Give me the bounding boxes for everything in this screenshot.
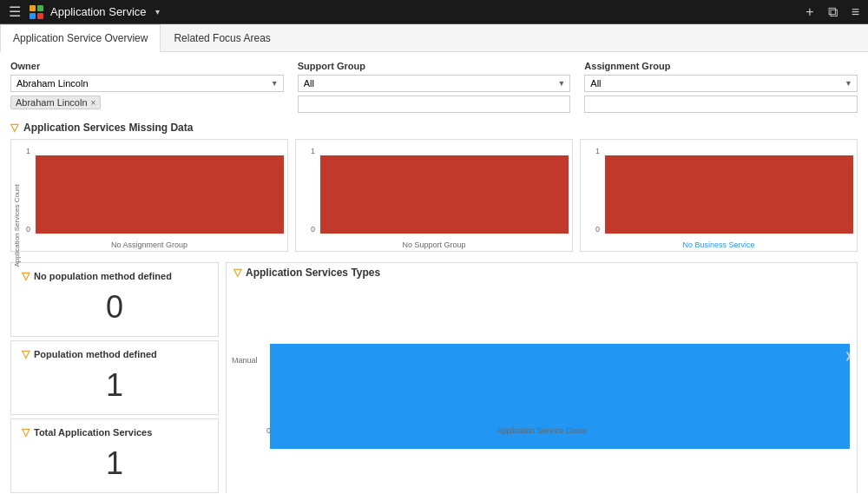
- stat-total-header: ▽ Total Application Services: [22, 426, 207, 438]
- stat-total-label: Total Application Services: [34, 427, 152, 438]
- chart-no-business: 1 0 No Business Service: [580, 139, 858, 252]
- owner-tag-label: Abraham Lincoln: [16, 97, 88, 108]
- stat-population-defined-header: ▽ Population method defined: [22, 348, 207, 360]
- chart1-y-label: Application Services Count: [13, 184, 21, 267]
- main-content: Owner Abraham Lincoln ▼ Abraham Lincoln …: [0, 52, 868, 493]
- top-nav-bar: ☰ Application Service ▾ + ⧉ ≡: [0, 0, 868, 24]
- support-group-select[interactable]: All: [298, 75, 571, 92]
- menu-button[interactable]: ≡: [850, 3, 861, 22]
- missing-data-filter-icon[interactable]: ▽: [10, 122, 18, 134]
- support-group-filter-group: Support Group All ▼: [298, 61, 571, 113]
- chart2-y-bottom: 0: [311, 225, 315, 234]
- tab-related-focus-areas[interactable]: Related Focus Areas: [161, 24, 283, 51]
- stat-population-defined-label: Population method defined: [34, 349, 157, 359]
- types-chart-title: Application Services Types: [246, 267, 380, 279]
- logo-cell-2: [37, 5, 43, 11]
- chart1-x-label: No Assignment Group: [11, 240, 287, 249]
- owner-label: Owner: [10, 61, 284, 71]
- hamburger-menu-button[interactable]: ☰: [7, 2, 23, 22]
- assignment-group-select[interactable]: All: [584, 75, 858, 92]
- chart2-bar: [320, 155, 569, 234]
- assignment-group-label: Assignment Group: [584, 61, 858, 71]
- stat-total-icon[interactable]: ▽: [22, 426, 30, 438]
- chart3-y-top: 1: [595, 147, 600, 155]
- support-group-select-wrapper: All ▼: [298, 75, 571, 92]
- owner-filter-group: Owner Abraham Lincoln ▼ Abraham Lincoln …: [10, 61, 284, 113]
- nav-right: + ⧉ ≡: [804, 3, 861, 22]
- support-group-tag-row: [298, 96, 571, 113]
- stat-population-defined-value: 1: [22, 364, 207, 407]
- types-chart-header: ▽ Application Services Types: [227, 263, 857, 282]
- chart3-x-label[interactable]: No Business Service: [581, 240, 857, 249]
- stat-population-defined: ▽ Population method defined 1: [10, 340, 219, 415]
- chart3-y-bottom: 0: [595, 225, 600, 234]
- stat-no-population-label: No population method defined: [34, 271, 172, 281]
- types-x-label: Application Service Count: [227, 426, 857, 435]
- types-bar-area: Manual 0 Application Service Count ❯: [227, 282, 857, 438]
- hamburger-icon: ☰: [9, 4, 21, 19]
- plus-icon: +: [806, 4, 813, 19]
- support-group-label: Support Group: [298, 61, 571, 71]
- logo-cell-3: [30, 13, 36, 19]
- assignment-group-input[interactable]: [584, 96, 858, 113]
- chart-no-support: 1 0 No Support Group: [295, 139, 573, 252]
- stat-total-value: 1: [22, 442, 207, 485]
- types-filter-icon[interactable]: ▽: [233, 267, 241, 279]
- chart-no-assignment: 1 0 Application Services Count No Assign…: [10, 139, 288, 252]
- left-stats: ▽ No population method defined 0 ▽ Popul…: [10, 262, 219, 493]
- assignment-group-select-wrapper: All ▼: [584, 75, 858, 92]
- chart2-y-top: 1: [311, 147, 315, 155]
- missing-data-title: Application Services Missing Data: [23, 122, 193, 134]
- add-button[interactable]: +: [804, 3, 815, 22]
- nav-left: ☰ Application Service ▾: [7, 2, 804, 22]
- missing-data-charts-row: 1 0 Application Services Count No Assign…: [10, 139, 858, 252]
- copy-button[interactable]: ⧉: [826, 3, 839, 22]
- chart1-y-top: 1: [26, 147, 30, 155]
- logo-cell-4: [37, 13, 43, 19]
- tab-overview[interactable]: Application Service Overview: [0, 24, 161, 52]
- stat-total: ▽ Total Application Services 1: [10, 418, 219, 493]
- copy-icon: ⧉: [828, 4, 838, 19]
- chart1-y-bottom: 0: [26, 225, 30, 234]
- owner-tag-close[interactable]: ×: [91, 98, 96, 108]
- owner-tag-row: Abraham Lincoln ×: [10, 96, 284, 109]
- stat-no-population-icon[interactable]: ▽: [22, 270, 30, 282]
- stat-no-population-header: ▽ No population method defined: [22, 270, 207, 282]
- chart3-bar: [605, 155, 853, 234]
- owner-tag: Abraham Lincoln ×: [10, 96, 101, 109]
- assignment-group-tag-row: [584, 96, 858, 113]
- chart1-bar: [36, 155, 284, 234]
- owner-select-wrapper: Abraham Lincoln ▼: [10, 75, 284, 92]
- app-title-dropdown-icon[interactable]: ▾: [155, 7, 160, 16]
- app-title: Application Service: [50, 5, 147, 18]
- app-logo: [30, 5, 43, 19]
- stat-no-population: ▽ No population method defined 0: [10, 262, 219, 337]
- bottom-row: ▽ No population method defined 0 ▽ Popul…: [10, 262, 858, 493]
- stat-no-population-value: 0: [22, 286, 207, 329]
- stat-population-defined-icon[interactable]: ▽: [22, 348, 30, 360]
- types-y-label: Manual: [232, 356, 258, 365]
- assignment-group-filter-group: Assignment Group All ▼: [584, 61, 858, 113]
- filter-row: Owner Abraham Lincoln ▼ Abraham Lincoln …: [10, 61, 858, 113]
- support-group-input[interactable]: [298, 96, 571, 113]
- types-chevron-icon[interactable]: ❯: [845, 351, 852, 360]
- owner-select[interactable]: Abraham Lincoln: [10, 75, 284, 92]
- logo-cell-1: [30, 5, 36, 11]
- missing-data-section-header: ▽ Application Services Missing Data: [10, 122, 858, 134]
- types-chart-section: ▽ Application Services Types Manual 0 Ap…: [226, 262, 858, 493]
- menu-icon: ≡: [852, 4, 859, 19]
- chart2-x-label: No Support Group: [296, 240, 572, 249]
- tabs-bar: Application Service Overview Related Foc…: [0, 24, 868, 52]
